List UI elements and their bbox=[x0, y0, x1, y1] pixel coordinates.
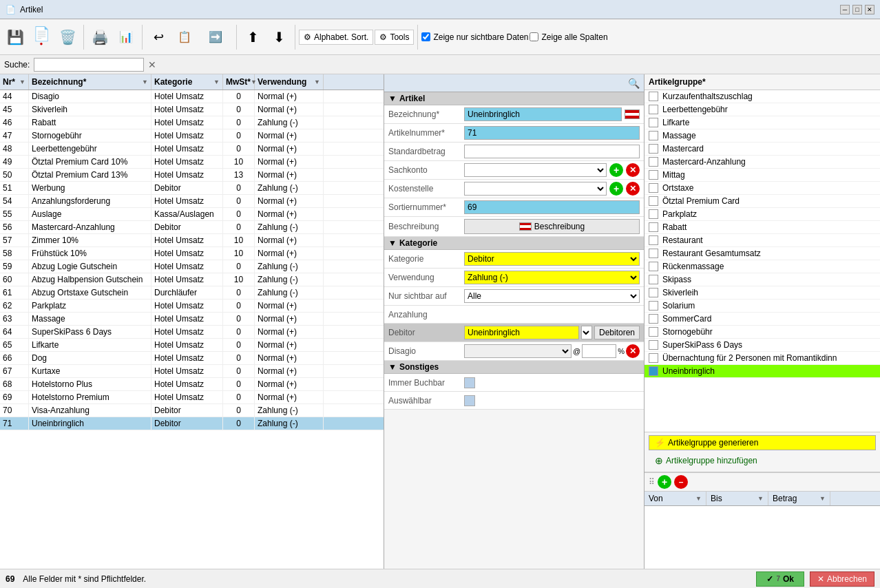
right-list-item[interactable]: Restaurant Gesamtumsatz bbox=[645, 247, 880, 260]
minimize-button[interactable]: ─ bbox=[840, 5, 850, 14]
right-list-item[interactable]: Lifkarte bbox=[645, 116, 880, 129]
table-row[interactable]: 67 Kurtaxe Hotel Umsatz 0 Normal (+) bbox=[0, 365, 384, 378]
input-standardbetrag[interactable] bbox=[464, 145, 640, 158]
export-button[interactable]: 📊 bbox=[114, 23, 138, 51]
select-sachkonto[interactable] bbox=[464, 163, 607, 177]
select-kategorie[interactable]: Debitor Hotel Umsatz Kassa/Auslagen Durc… bbox=[464, 252, 640, 266]
list-item-checkbox[interactable] bbox=[649, 288, 658, 297]
list-item-checkbox[interactable] bbox=[649, 105, 658, 114]
input-disagio-pct[interactable] bbox=[582, 344, 616, 358]
show-visible-checkbox[interactable] bbox=[421, 32, 430, 41]
table-row[interactable]: 56 Mastercard-Anzahlung Debitor 0 Zahlun… bbox=[0, 221, 384, 234]
table-row[interactable]: 59 Abzug Logie Gutschein Hotel Umsatz 0 … bbox=[0, 260, 384, 273]
copy-button[interactable]: 📋 bbox=[172, 23, 197, 51]
table-row[interactable]: 64 SuperSkiPass 6 Days Hotel Umsatz 0 No… bbox=[0, 326, 384, 339]
table-row[interactable]: 68 Hotelstorno Plus Hotel Umsatz 0 Norma… bbox=[0, 378, 384, 391]
checkbox-immer-buchbar[interactable] bbox=[464, 377, 475, 388]
right-list-item[interactable]: SuperSkiPass 6 Days bbox=[645, 339, 880, 352]
table-row[interactable]: 66 Dog Hotel Umsatz 0 Normal (+) bbox=[0, 352, 384, 365]
table-row[interactable]: 69 Hotelstorno Premium Hotel Umsatz 0 No… bbox=[0, 391, 384, 404]
list-item-checkbox[interactable] bbox=[649, 209, 658, 219]
table-row[interactable]: 46 Rabatt Hotel Umsatz 0 Zahlung (-) bbox=[0, 116, 384, 129]
list-item-checkbox[interactable] bbox=[649, 314, 658, 324]
add-button[interactable]: ⊕ Artikelgruppe hinzufügen bbox=[649, 452, 876, 469]
new-button[interactable]: 📄 ● bbox=[29, 23, 54, 51]
list-item-checkbox[interactable] bbox=[649, 275, 658, 284]
list-item-checkbox[interactable] bbox=[649, 235, 658, 245]
table-row[interactable]: 71 Uneinbringlich Debitor 0 Zahlung (-) bbox=[0, 417, 384, 430]
filter-icon-verwendung[interactable]: ▼ bbox=[314, 78, 320, 85]
move-up-button[interactable]: ⬆ bbox=[240, 23, 265, 51]
list-item-checkbox[interactable] bbox=[649, 353, 658, 363]
table-row[interactable]: 48 Leerbettengebühr Hotel Umsatz 0 Norma… bbox=[0, 143, 384, 156]
filter-icon-nr[interactable]: ▼ bbox=[19, 78, 25, 85]
sachkonto-add-button[interactable]: + bbox=[609, 163, 623, 177]
list-item-checkbox[interactable] bbox=[649, 92, 658, 101]
filter-icon-kategorie[interactable]: ▼ bbox=[213, 78, 220, 85]
maximize-button[interactable]: □ bbox=[852, 5, 862, 14]
list-item-checkbox[interactable] bbox=[649, 249, 658, 258]
delete-button[interactable]: 🗑️ bbox=[55, 23, 80, 51]
list-item-checkbox[interactable] bbox=[649, 144, 658, 154]
right-list-item[interactable]: Rabatt bbox=[645, 221, 880, 234]
save-button[interactable]: 💾 bbox=[3, 23, 28, 51]
table-row[interactable]: 62 Parkplatz Hotel Umsatz 0 Normal (+) bbox=[0, 300, 384, 313]
right-list-item[interactable]: Restaurant bbox=[645, 234, 880, 247]
input-artikelnummer[interactable] bbox=[464, 126, 640, 140]
list-item-checkbox[interactable] bbox=[649, 118, 658, 127]
search-close-button[interactable]: ✕ bbox=[148, 59, 156, 70]
bottom-add-button[interactable]: + bbox=[658, 475, 671, 489]
list-item-checkbox[interactable] bbox=[649, 157, 658, 167]
right-list-item[interactable]: Leerbettengebühr bbox=[645, 103, 880, 116]
right-list-item[interactable]: Solarium bbox=[645, 300, 880, 313]
right-list-item[interactable]: Kurzaufenthaltszuschlag bbox=[645, 90, 880, 103]
right-list-item[interactable]: Mittag bbox=[645, 169, 880, 182]
filter-icon-bis[interactable]: ▼ bbox=[757, 495, 764, 502]
move-button[interactable]: ➡️ bbox=[198, 23, 233, 51]
right-list-item[interactable]: SommerCard bbox=[645, 313, 880, 326]
filter-icon-betrag[interactable]: ▼ bbox=[819, 495, 826, 502]
select-verwendung[interactable]: Zahlung (-) Normal (+) bbox=[464, 271, 640, 284]
disagio-remove-button[interactable]: ✕ bbox=[626, 344, 640, 358]
right-list-item[interactable]: Rückenmassage bbox=[645, 260, 880, 273]
section-sonstiges[interactable]: ▼ Sonstiges bbox=[384, 361, 644, 374]
middle-search-icon[interactable]: 🔍 bbox=[628, 78, 640, 89]
list-item-checkbox[interactable] bbox=[649, 131, 658, 140]
right-list-item[interactable]: Skiverleih bbox=[645, 286, 880, 300]
list-item-checkbox[interactable] bbox=[649, 366, 658, 376]
generate-button[interactable]: ⚡ Artikelgruppe generieren bbox=[649, 435, 876, 450]
list-item-checkbox[interactable] bbox=[649, 262, 658, 271]
section-artikel[interactable]: ▼ Artikel bbox=[384, 92, 644, 105]
table-row[interactable]: 49 Ötztal Premium Card 10% Hotel Umsatz … bbox=[0, 156, 384, 169]
list-item-checkbox[interactable] bbox=[649, 183, 658, 193]
kostenstelle-remove-button[interactable]: ✕ bbox=[626, 182, 640, 196]
table-row[interactable]: 51 Werbung Debitor 0 Zahlung (-) bbox=[0, 182, 384, 195]
select-disagio[interactable] bbox=[464, 344, 572, 358]
list-item-checkbox[interactable] bbox=[649, 222, 658, 232]
table-row[interactable]: 60 Abzug Halbpension Gutschein Hotel Ums… bbox=[0, 273, 384, 286]
refresh-button[interactable]: ↩ bbox=[146, 23, 171, 51]
cancel-button[interactable]: ✕ Abbrechen bbox=[810, 571, 874, 587]
right-list-item[interactable]: Skipass bbox=[645, 273, 880, 286]
move-down-button[interactable]: ⬇ bbox=[266, 23, 291, 51]
right-list-item[interactable]: Uneinbringlich bbox=[645, 365, 880, 378]
sachkonto-remove-button[interactable]: ✕ bbox=[626, 163, 640, 177]
list-item-checkbox[interactable] bbox=[649, 170, 658, 180]
table-row[interactable]: 61 Abzug Ortstaxe Gutschein Durchläufer … bbox=[0, 286, 384, 300]
right-list-item[interactable]: Stornogebühr bbox=[645, 326, 880, 339]
table-row[interactable]: 63 Massage Hotel Umsatz 0 Normal (+) bbox=[0, 313, 384, 326]
input-bezeichnung[interactable] bbox=[464, 107, 622, 121]
input-debitor[interactable] bbox=[464, 326, 579, 339]
table-row[interactable]: 55 Auslage Kassa/Auslagen 0 Normal (+) bbox=[0, 208, 384, 221]
input-sortiernummer[interactable] bbox=[464, 200, 640, 214]
right-list-item[interactable]: Ötztal Premium Card bbox=[645, 195, 880, 208]
list-item-checkbox[interactable] bbox=[649, 327, 658, 337]
tools-button[interactable]: ⚙ Tools bbox=[375, 30, 414, 45]
right-list-item[interactable]: Massage bbox=[645, 129, 880, 143]
list-item-checkbox[interactable] bbox=[649, 301, 658, 311]
show-visible-label[interactable]: Zeige nur sichtbare Daten bbox=[421, 32, 528, 42]
show-all-label[interactable]: Zeige alle Spalten bbox=[530, 32, 607, 42]
search-input[interactable] bbox=[34, 58, 144, 72]
select-debitor-dropdown[interactable] bbox=[581, 326, 592, 339]
select-kostenstelle[interactable] bbox=[464, 182, 607, 196]
